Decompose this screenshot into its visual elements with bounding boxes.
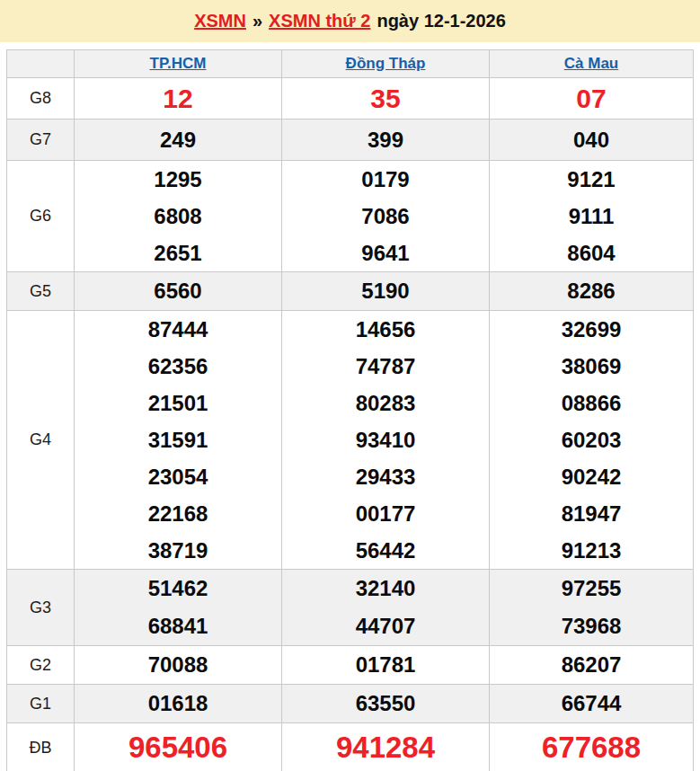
result-value: 040 xyxy=(490,120,693,160)
result-cell: 35 xyxy=(282,78,490,120)
result-value: 66744 xyxy=(490,685,693,722)
prize-label-g1: G1 xyxy=(7,685,75,723)
result-cell: 5190 xyxy=(282,272,490,311)
result-value: 00177 xyxy=(282,495,489,532)
result-value: 68841 xyxy=(75,607,281,645)
result-value: 14656 xyxy=(282,311,489,348)
result-value-jackpot: 677688 xyxy=(490,723,693,771)
prize-row-db: ĐB 965406 941284 677688 xyxy=(7,723,694,771)
result-value: 38719 xyxy=(75,532,281,569)
province-header-row: TP.HCM Đồng Tháp Cà Mau xyxy=(7,50,694,78)
result-value: 32140 xyxy=(282,570,489,607)
lottery-results-table: TP.HCM Đồng Tháp Cà Mau G8 12 35 07 G7 2… xyxy=(6,49,694,771)
result-value-jackpot: 941284 xyxy=(282,723,489,771)
corner-cell xyxy=(7,50,75,78)
result-value: 01618 xyxy=(75,685,281,722)
result-cell: 66744 xyxy=(490,685,694,723)
result-cell: 040 xyxy=(490,120,694,161)
result-cell: 63550 xyxy=(282,685,490,723)
tphcm-link[interactable]: TP.HCM xyxy=(150,55,207,72)
result-value: 44707 xyxy=(282,607,489,645)
result-cell: 965406 xyxy=(75,723,282,771)
result-cell: 12 xyxy=(75,78,282,120)
result-cell: 32699 38069 08866 60203 90242 81947 9121… xyxy=(490,311,694,570)
result-value: 8604 xyxy=(490,235,693,271)
prize-label-g5: G5 xyxy=(7,272,75,311)
prize-row-g8: G8 12 35 07 xyxy=(7,78,694,120)
result-cell: 86207 xyxy=(490,646,694,685)
result-value: 6560 xyxy=(75,272,281,310)
result-value: 56442 xyxy=(282,532,489,569)
result-value: 62356 xyxy=(75,348,281,385)
dongthap-link[interactable]: Đồng Tháp xyxy=(346,55,426,72)
result-value: 81947 xyxy=(490,495,693,532)
result-value: 399 xyxy=(282,120,489,160)
prize-label-g7: G7 xyxy=(7,120,75,161)
prize-label-g8: G8 xyxy=(7,78,75,120)
prize-row-g2: G2 70088 01781 86207 xyxy=(7,646,694,685)
result-cell: 32140 44707 xyxy=(282,570,490,646)
result-cell: 87444 62356 21501 31591 23054 22168 3871… xyxy=(75,311,282,570)
result-value: 32699 xyxy=(490,311,693,348)
result-value: 80283 xyxy=(282,385,489,421)
result-value: 91213 xyxy=(490,532,693,569)
camau-link[interactable]: Cà Mau xyxy=(564,55,618,72)
province-header-camau: Cà Mau xyxy=(490,50,694,78)
result-value: 51462 xyxy=(75,570,281,607)
result-cell: 51462 68841 xyxy=(75,570,282,646)
result-value: 21501 xyxy=(75,385,281,421)
draw-date-text: ngày 12-1-2026 xyxy=(377,11,505,31)
result-value: 0179 xyxy=(282,161,489,198)
result-value: 70088 xyxy=(75,646,281,684)
result-value: 74787 xyxy=(282,348,489,385)
results-table-container: TP.HCM Đồng Tháp Cà Mau G8 12 35 07 G7 2… xyxy=(6,49,693,771)
result-cell: 6560 xyxy=(75,272,282,311)
result-value: 63550 xyxy=(282,685,489,722)
result-cell: 07 xyxy=(490,78,694,120)
prize-label-g2: G2 xyxy=(7,646,75,685)
result-value: 8286 xyxy=(490,272,693,310)
result-value: 97255 xyxy=(490,570,693,607)
prize-row-g7: G7 249 399 040 xyxy=(7,120,694,161)
result-value: 7086 xyxy=(282,198,489,235)
result-cell: 97255 73968 xyxy=(490,570,694,646)
result-cell: 677688 xyxy=(490,723,694,771)
prize-row-g3: G3 51462 68841 32140 44707 97255 73968 xyxy=(7,570,694,646)
prize-label-g4: G4 xyxy=(7,311,75,570)
result-value: 87444 xyxy=(75,311,281,348)
result-value: 22168 xyxy=(75,495,281,532)
result-cell: 941284 xyxy=(282,723,490,771)
result-value: 90242 xyxy=(490,458,693,495)
prize-label-g3: G3 xyxy=(7,570,75,646)
result-value: 86207 xyxy=(490,646,693,684)
xsmn-link[interactable]: XSMN xyxy=(194,11,246,31)
result-value: 6808 xyxy=(75,198,281,235)
result-value: 38069 xyxy=(490,348,693,385)
breadcrumb-separator: » xyxy=(253,11,262,31)
result-value: 60203 xyxy=(490,421,693,458)
result-value: 08866 xyxy=(490,385,693,421)
province-header-dongthap: Đồng Tháp xyxy=(282,50,490,78)
result-cell: 399 xyxy=(282,120,490,161)
prize-row-g5: G5 6560 5190 8286 xyxy=(7,272,694,311)
province-header-tphcm: TP.HCM xyxy=(75,50,282,78)
draw-day-link[interactable]: XSMN thứ 2 xyxy=(269,11,370,31)
result-value: 35 xyxy=(282,78,489,119)
result-cell: 70088 xyxy=(75,646,282,685)
result-cell: 1295 6808 2651 xyxy=(75,161,282,272)
prize-label-g6: G6 xyxy=(7,161,75,272)
result-value: 07 xyxy=(490,78,693,119)
result-cell: 9121 9111 8604 xyxy=(490,161,694,272)
result-value: 249 xyxy=(75,120,281,160)
prize-row-g4: G4 87444 62356 21501 31591 23054 22168 3… xyxy=(7,311,694,570)
result-value: 9121 xyxy=(490,161,693,198)
result-value: 01781 xyxy=(282,646,489,684)
result-cell: 0179 7086 9641 xyxy=(282,161,490,272)
result-cell: 249 xyxy=(75,120,282,161)
prize-row-g1: G1 01618 63550 66744 xyxy=(7,685,694,723)
result-value: 23054 xyxy=(75,458,281,495)
result-value: 93410 xyxy=(282,421,489,458)
result-value: 1295 xyxy=(75,161,281,198)
result-value: 73968 xyxy=(490,607,693,645)
result-value: 9641 xyxy=(282,235,489,271)
